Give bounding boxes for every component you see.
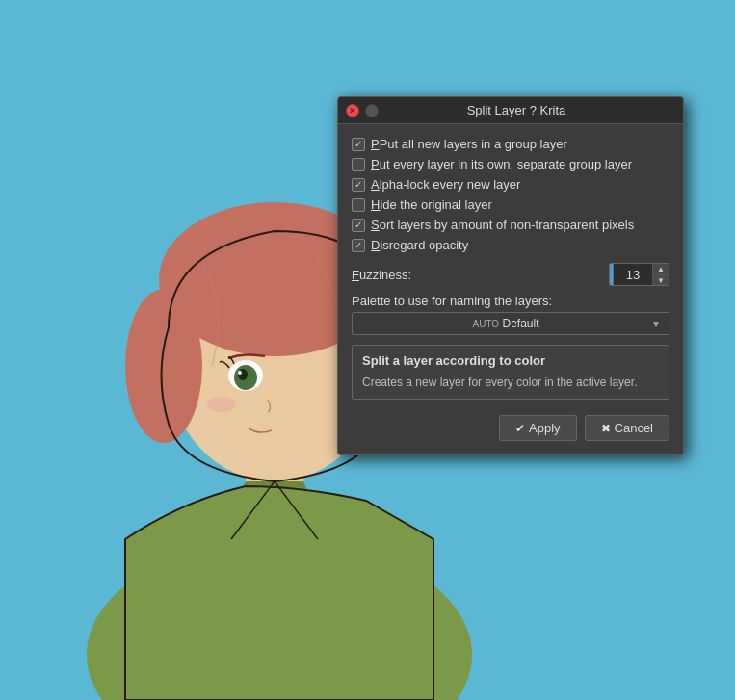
checkbox-6[interactable] — [352, 239, 365, 252]
palette-selected-value: AUTO Default — [360, 317, 651, 330]
x-icon: ✖ — [601, 422, 611, 435]
option-label-5: Sort layers by amount of non-transparent… — [371, 218, 634, 232]
fuzziness-decrement[interactable]: ▼ — [653, 274, 669, 285]
checkbox-1[interactable] — [352, 138, 365, 151]
info-box: Split a layer according to color Creates… — [352, 345, 669, 400]
checkbox-5[interactable] — [352, 219, 365, 232]
fuzziness-label: Fuzziness: — [352, 268, 411, 282]
info-box-text: Creates a new layer for every color in t… — [362, 374, 659, 391]
close-button[interactable]: ✕ — [346, 104, 359, 117]
option-row-5[interactable]: Sort layers by amount of non-transparent… — [352, 215, 669, 235]
apply-button[interactable]: ✔ Apply — [499, 415, 577, 441]
cancel-label: Cancel — [615, 421, 653, 435]
option-row-6[interactable]: Disregard opacity — [352, 235, 669, 255]
split-layer-dialog: ✕ Split Layer ? Krita PPut all new layer… — [337, 96, 684, 455]
option-label-2: Put every layer in its own, separate gro… — [371, 157, 632, 171]
option-row-4[interactable]: Hide the original layer — [352, 194, 669, 215]
checkbox-3[interactable] — [352, 178, 365, 192]
svg-point-11 — [238, 369, 248, 380]
option-label-6: Disregard opacity — [371, 238, 468, 252]
option-row-1[interactable]: PPut all new layers in a group layer — [352, 134, 669, 154]
cancel-button[interactable]: ✖ Cancel — [585, 415, 669, 441]
option-label-3: Alpha-lock every new layer — [371, 177, 520, 192]
chevron-down-icon: ▼ — [651, 319, 661, 329]
fuzziness-input-group: 13 ▲ ▼ — [609, 263, 669, 286]
option-label-1: PPut all new layers in a group layer — [371, 137, 567, 151]
info-box-title: Split a layer according to color — [362, 353, 659, 368]
dialog-body: PPut all new layers in a group layer Put… — [338, 124, 683, 454]
fuzziness-increment[interactable]: ▲ — [653, 264, 669, 274]
checkbox-4[interactable] — [352, 198, 365, 212]
svg-point-12 — [238, 371, 242, 375]
fuzziness-value[interactable]: 13 — [614, 266, 652, 284]
minimize-button[interactable] — [365, 104, 379, 117]
fuzziness-spinners: ▲ ▼ — [652, 264, 669, 285]
fuzziness-row: Fuzziness: 13 ▲ ▼ — [352, 263, 669, 286]
option-label-4: Hide the original layer — [371, 197, 492, 212]
palette-label: Palette to use for naming the layers: — [352, 294, 669, 308]
option-row-3[interactable]: Alpha-lock every new layer — [352, 174, 669, 194]
dialog-buttons: ✔ Apply ✖ Cancel — [352, 415, 669, 441]
dialog-titlebar: ✕ Split Layer ? Krita — [338, 97, 683, 124]
svg-point-13 — [207, 397, 236, 412]
apply-label: Apply — [529, 421, 561, 435]
checkbox-2[interactable] — [352, 158, 365, 171]
palette-dropdown[interactable]: AUTO Default ▼ — [352, 312, 669, 335]
checkmark-icon: ✔ — [515, 422, 525, 435]
option-row-2[interactable]: Put every layer in its own, separate gro… — [352, 154, 669, 174]
dialog-title: Split Layer ? Krita — [384, 103, 648, 117]
